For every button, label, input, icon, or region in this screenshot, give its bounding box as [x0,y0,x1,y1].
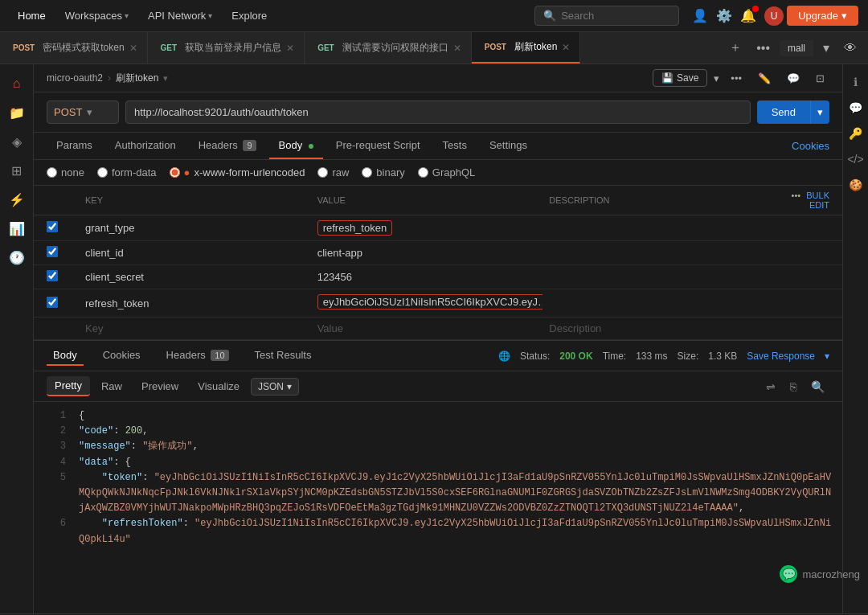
add-tab-icon[interactable]: ＋ [724,38,747,58]
profile-icon[interactable]: 👤 [692,8,708,23]
save-button[interactable]: 💾 Send Save [653,69,707,87]
row4-key[interactable]: refresh_token [85,297,311,310]
size-value: 1.3 KB [708,351,737,362]
res-tab-test-results[interactable]: Test Results [248,346,318,366]
eye-icon[interactable]: 👁 [839,39,862,57]
row3-key[interactable]: client_secret [85,271,311,283]
wrap-icon[interactable]: ⇌ [761,378,780,396]
settings-icon[interactable]: ⚙️ [716,8,732,23]
tab-3-close-icon[interactable]: ✕ [562,42,570,53]
sidebar-icon-monitor[interactable]: 📊 [4,215,30,241]
json-line-1: 1 { [34,408,842,424]
more-options-icon[interactable]: ••• [726,70,747,87]
row1-value[interactable]: refresh_token [317,220,543,236]
row4-value[interactable]: eyJhbGciOiJSUzI1NiIsInR5cCI6IkpXVCJ9.eyJ… [317,294,543,312]
save-arrow-icon[interactable]: ▾ [714,72,719,84]
send-dropdown-button[interactable]: ▾ [811,100,829,124]
tab-3[interactable]: POST 刷新token ✕ [472,32,581,64]
tab-1-close-icon[interactable]: ✕ [286,43,294,54]
row2-checkbox[interactable] [47,246,58,257]
req-tab-tests[interactable]: Tests [433,133,477,159]
tab-0[interactable]: POST 密码模式获取token ✕ [0,32,148,64]
format-select[interactable]: JSON ▾ [251,378,299,396]
rs-comment-icon[interactable]: 💬 [845,96,867,119]
row2-value[interactable]: client-app [317,247,543,259]
search-bar[interactable]: 🔍 [534,6,679,26]
row3-checkbox[interactable] [47,270,58,281]
send-button[interactable]: Send [757,100,811,124]
sidebar-icon-history[interactable]: 🕐 [4,244,30,270]
table-row: refresh_token eyJhbGciOiJSUzI1NiIsInR5cC… [34,289,842,318]
sidebar-icon-collection[interactable]: 📁 [4,100,30,125]
workspace-label[interactable]: mall [780,40,813,56]
body-opt-binary[interactable]: binary [362,166,404,178]
sidebar-icon-mock[interactable]: ⚡ [4,187,30,212]
copy-icon[interactable]: ⎘ [785,378,801,396]
avatar-icon[interactable]: U [764,6,784,26]
tab-2-title: 测试需要访问权限的接口 [342,41,448,55]
res-raw-button[interactable]: Raw [93,377,130,396]
res-tab-cookies[interactable]: Cookies [96,346,147,366]
cookies-link[interactable]: Cookies [792,140,829,152]
url-input[interactable] [125,100,751,124]
body-opt-form-data[interactable]: form-data [97,166,157,178]
row1-checkbox[interactable] [47,221,58,232]
upgrade-button[interactable]: Upgrade ▾ [787,6,858,26]
row1-key[interactable]: grant_type [85,222,311,234]
body-opt-none[interactable]: none [47,166,84,178]
req-tab-headers[interactable]: Headers 9 [189,133,266,159]
res-visualize-button[interactable]: Visualize [190,377,248,396]
nav-workspaces[interactable]: Workspaces ▾ [57,6,137,25]
watermark: 💬 macrozheng [780,565,860,583]
req-tab-params[interactable]: Params [47,133,102,159]
row4-checkbox[interactable] [47,297,58,308]
nav-explore[interactable]: Explore [223,6,275,25]
th-bulk-edit[interactable]: ••• Bulk Edit [781,191,829,210]
req-tab-settings[interactable]: Settings [480,133,537,159]
more-tabs-icon[interactable]: ••• [751,39,775,57]
body-opt-urlencoded[interactable]: ● x-www-form-urlencoded [170,166,305,178]
share-icon[interactable]: ⊡ [811,70,829,87]
method-select[interactable]: POST ▾ [47,100,119,124]
tab-0-close-icon[interactable]: ✕ [129,43,137,54]
breadcrumb-project[interactable]: micro-oauth2 [47,72,103,84]
tab-1[interactable]: GET 获取当前登录用户信息 ✕ [148,32,305,64]
row2-key[interactable]: client_id [85,247,311,259]
body-opt-graphql[interactable]: GraphQL [418,166,475,178]
sidebar-icon-api[interactable]: ◈ [4,129,30,154]
new-row-key[interactable]: Key [85,322,311,334]
search-response-icon[interactable]: 🔍 [806,378,829,396]
rs-cookie-icon[interactable]: 🍪 [845,174,867,196]
res-tab-headers[interactable]: Headers 10 [160,346,235,366]
edit-icon[interactable]: ✏️ [753,70,776,87]
tab-2[interactable]: GET 测试需要访问权限的接口 ✕ [305,32,472,64]
req-tab-body[interactable]: Body [269,133,323,159]
save-response-arrow-icon[interactable]: ▾ [825,351,829,362]
search-input[interactable] [561,10,670,22]
table-header: KEY VALUE DESCRIPTION ••• Bulk Edit [34,186,842,215]
workspace-arrow-icon[interactable]: ▾ [818,39,834,57]
row3-value[interactable]: 123456 [317,271,543,283]
nav-api-network[interactable]: API Network ▾ [140,6,220,25]
req-tab-auth[interactable]: Authorization [105,133,186,159]
save-response-button[interactable]: Save Response [747,351,815,362]
new-row-desc[interactable]: Description [549,322,775,334]
rs-key-icon[interactable]: 🔑 [845,122,867,145]
breadcrumb-arrow-icon[interactable]: ▾ [163,73,168,84]
res-preview-button[interactable]: Preview [133,377,186,396]
upgrade-arrow-icon: ▾ [841,10,847,22]
notification-icon[interactable]: 🔔 [740,8,756,23]
req-tab-pre-request[interactable]: Pre-request Script [326,133,430,159]
sidebar-icon-env[interactable]: ⊞ [4,158,30,183]
rs-info-icon[interactable]: ℹ [845,71,867,93]
body-opt-raw[interactable]: raw [317,166,349,178]
comment-icon[interactable]: 💬 [782,70,805,87]
rs-code-icon[interactable]: </> [845,148,867,170]
res-pretty-button[interactable]: Pretty [47,376,90,396]
method-arrow-icon: ▾ [87,106,92,118]
nav-home[interactable]: Home [10,6,54,25]
new-row-value[interactable]: Value [317,322,543,334]
sidebar-icon-home[interactable]: ⌂ [4,71,30,96]
res-tab-body[interactable]: Body [47,346,84,366]
tab-2-close-icon[interactable]: ✕ [453,43,461,54]
